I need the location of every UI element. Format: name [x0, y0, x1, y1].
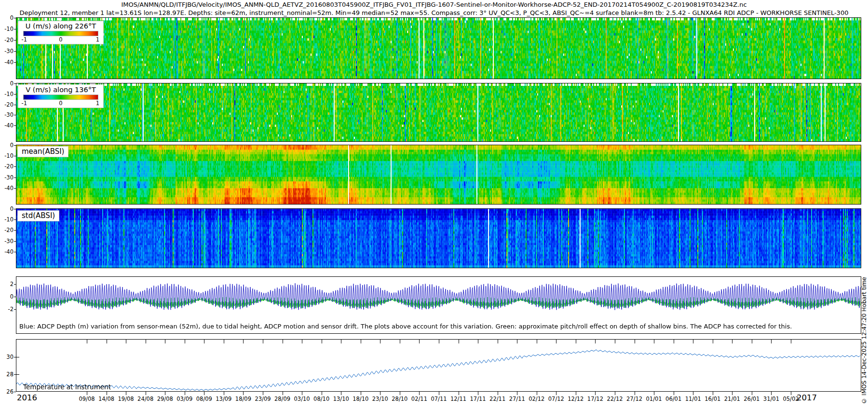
y-axis-tick-mark: [14, 297, 16, 297]
x-axis-tick-label: 16/01: [705, 396, 720, 402]
panel-temperature: [16, 339, 861, 392]
y-axis-tick-mark: [14, 105, 16, 105]
x-axis-tick-label: 17/12: [587, 396, 603, 402]
x-axis-tick-label: 28/09: [274, 396, 290, 402]
y-axis-tick-mark: [14, 374, 16, 375]
y-axis-tick-label: 0: [1, 14, 14, 21]
v-velocity-heatmap: [16, 83, 861, 141]
x-axis-tick-mark: [478, 392, 478, 395]
colorbar-tick-label: 0: [59, 100, 62, 107]
u-legend-title: U (m/s) along 226°T: [18, 22, 103, 31]
y-axis-tick-label: -30: [1, 238, 14, 245]
y-axis-tick-label: -10: [1, 152, 14, 159]
x-axis-tick-mark: [693, 392, 693, 395]
x-axis-tick-mark: [302, 392, 302, 395]
y-axis-tick-mark: [14, 62, 16, 63]
temperature-label: Temperature at Instrument: [23, 383, 111, 391]
y-axis-tick-mark: [14, 219, 16, 220]
v-legend-title: V (m/s) along 136°T: [18, 85, 103, 95]
x-axis-tick-label: 19/08: [118, 396, 134, 402]
x-axis-tick-mark: [556, 392, 556, 395]
y-axis-tick-mark: [14, 51, 16, 52]
x-axis-tick-mark: [732, 392, 732, 395]
y-axis-tick-label: 26: [1, 388, 14, 395]
x-axis-tick-mark: [361, 392, 361, 395]
y-axis-tick-mark: [14, 83, 16, 84]
x-axis-tick-mark: [595, 392, 596, 395]
y-axis-tick-label: 0: [1, 205, 14, 212]
x-axis-tick-mark: [752, 392, 752, 395]
x-axis-tick-label: 06/01: [665, 396, 681, 402]
plot-subtitle: Deployment 12, member 1 lat=13.61S lon=1…: [0, 9, 868, 16]
colorbar-tick-label: -1: [22, 36, 27, 43]
y-axis-tick-label: -40: [1, 185, 14, 191]
panel-std-absi: std(ABSI): [16, 208, 861, 268]
x-axis-year-start: 2016: [17, 393, 37, 402]
x-axis-tick-label: 28/10: [392, 396, 407, 402]
x-axis-tick-label: 24/08: [137, 396, 153, 402]
y-axis-tick-label: -30: [1, 174, 14, 181]
x-axis-tick-label: 02/12: [529, 396, 544, 402]
x-axis-year-end: 2017: [797, 393, 817, 402]
x-axis-tick-mark: [674, 392, 674, 395]
y-axis-tick-mark: [14, 94, 16, 95]
x-axis-tick-label: 21/01: [724, 396, 740, 402]
x-axis-tick-mark: [713, 392, 713, 395]
y-axis-tick-label: -40: [1, 59, 14, 66]
x-axis-tick-mark: [185, 392, 185, 395]
plot-title: IMOS/ANMN/QLD/ITFJBG/Velocity/IMOS_ANMN-…: [0, 1, 868, 8]
x-axis-tick-mark: [635, 392, 635, 395]
y-axis-tick-mark: [14, 40, 16, 41]
x-axis-tick-label: 07/11: [431, 396, 447, 402]
x-axis-tick-label: 13/09: [216, 396, 231, 402]
y-axis-tick-label: -2: [1, 306, 14, 313]
x-axis-tick-label: 26/01: [744, 396, 760, 402]
x-axis-tick-mark: [459, 392, 459, 395]
std-absi-label: std(ABSI): [17, 210, 59, 221]
x-axis-tick-label: 31/01: [763, 396, 779, 402]
y-axis-tick-label: 0: [1, 293, 14, 300]
x-axis-tick-label: 05/02: [783, 396, 799, 402]
y-axis-tick-mark: [14, 252, 16, 252]
colorbar-tick-label: -1: [22, 100, 27, 107]
y-axis-tick-mark: [14, 209, 16, 209]
y-axis-tick-mark: [14, 241, 16, 242]
x-axis-tick-label: 22/11: [489, 396, 505, 402]
x-axis-tick-mark: [146, 392, 146, 395]
x-axis-tick-mark: [341, 392, 341, 395]
v-legend: V (m/s) along 136°T -1 0 1: [18, 84, 104, 108]
y-axis-tick-mark: [14, 145, 16, 146]
x-axis-tick-label: 12/12: [568, 396, 583, 402]
x-axis-tick-mark: [87, 392, 87, 395]
u-velocity-heatmap: [16, 18, 861, 79]
y-axis-tick-mark: [14, 18, 16, 18]
y-axis-tick-mark: [14, 115, 16, 115]
panel-mean-absi: mean(ABSI): [16, 145, 861, 205]
x-axis-tick-mark: [107, 392, 107, 395]
mean-absi-label: mean(ABSI): [17, 146, 68, 157]
y-axis-tick-label: 28: [1, 371, 14, 378]
x-axis-tick-mark: [517, 392, 517, 395]
u-colorbar: [23, 31, 98, 36]
y-axis-tick-label: -10: [1, 26, 14, 32]
x-axis-tick-label: 02/11: [411, 396, 427, 402]
y-axis-tick-mark: [14, 188, 16, 189]
y-axis-tick-label: -20: [1, 37, 14, 43]
y-axis-tick-label: -30: [1, 48, 14, 55]
x-axis-tick-mark: [263, 392, 263, 395]
y-axis-tick-label: 2: [1, 281, 14, 287]
y-axis-tick-label: 0: [1, 142, 14, 149]
y-axis-tick-label: -20: [1, 163, 14, 170]
y-axis-tick-mark: [14, 156, 16, 156]
x-axis-tick-mark: [165, 392, 165, 395]
y-axis-tick-label: 30: [1, 354, 14, 360]
colorbar-tick-label: 1: [96, 36, 99, 43]
colorbar-tick-label: 0: [59, 36, 62, 43]
x-axis-tick-mark: [126, 392, 126, 395]
x-axis-tick-mark: [224, 392, 224, 395]
y-axis-tick-label: 0: [1, 80, 14, 87]
y-axis-tick-label: -30: [1, 111, 14, 118]
x-axis-tick-label: 03/09: [176, 396, 192, 402]
x-axis-tick-label: 22/12: [607, 396, 623, 402]
x-axis-tick-mark: [322, 392, 322, 395]
